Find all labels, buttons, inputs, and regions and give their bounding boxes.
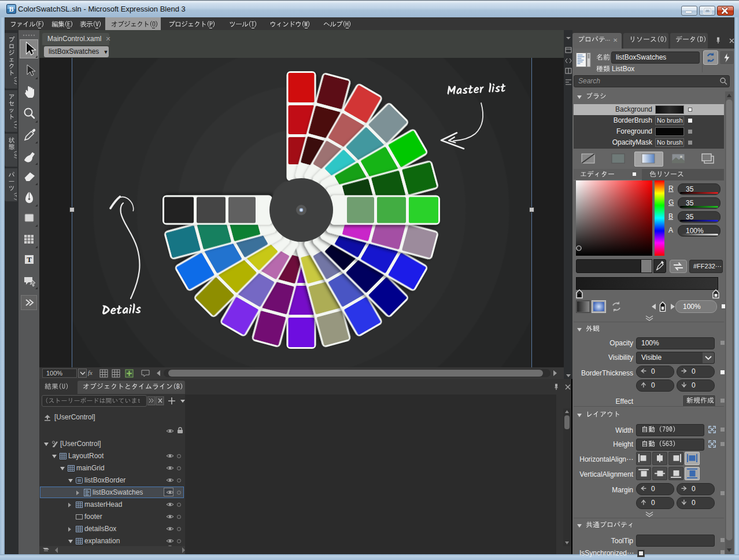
svg-text:T: T [27,255,32,264]
svg-text:B: B [9,5,13,13]
